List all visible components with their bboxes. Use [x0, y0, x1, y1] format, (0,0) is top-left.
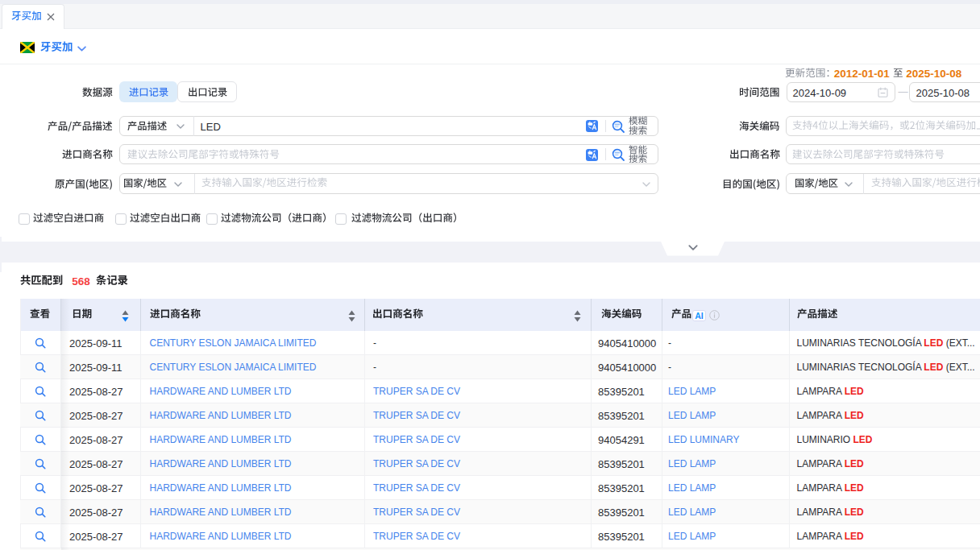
svg-text:AI: AI	[695, 310, 704, 320]
